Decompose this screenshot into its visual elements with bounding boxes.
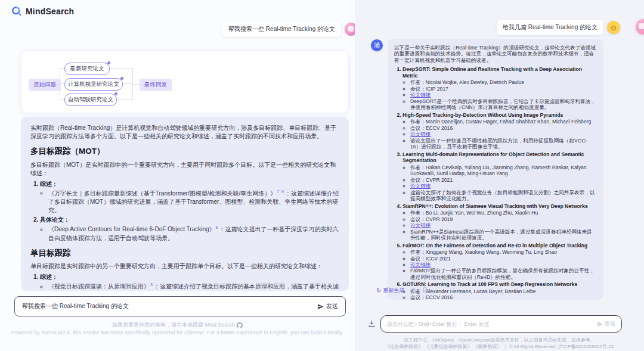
authors-value: Hakan Cevikalp, Yuliang Liu, Jianming Zh… bbox=[410, 164, 587, 176]
authors-label: 作者： bbox=[410, 79, 426, 85]
mindsearch-panel: MindSearch 帮我搜索一些 Real-time Tracking 的论文… bbox=[0, 0, 355, 351]
venue-label: 会议： bbox=[410, 86, 426, 92]
brand-title: MindSearch bbox=[26, 7, 74, 16]
send-button[interactable]: 发送 bbox=[317, 302, 338, 310]
send-button[interactable]: 发送 bbox=[597, 320, 615, 328]
graph-edge bbox=[132, 84, 140, 85]
node-citation-badge bbox=[107, 61, 110, 64]
graph-edge bbox=[60, 83, 64, 84]
paper-authors: 作者：Xinggang Wang, Xiaolong Wang, Wenming… bbox=[410, 249, 597, 255]
user-avatar bbox=[345, 23, 355, 36]
thumbs-up-icon[interactable] bbox=[410, 287, 417, 294]
citation-ref[interactable]: 7 9 bbox=[277, 190, 284, 194]
message-input[interactable] bbox=[387, 321, 597, 327]
app-root: MindSearch 帮我搜索一些 Real-time Tracking 的论文… bbox=[0, 0, 644, 351]
message-input-container: 发送 bbox=[14, 296, 346, 316]
venue-label: 会议： bbox=[410, 216, 426, 222]
venue-value: ECCV 2016 bbox=[426, 125, 453, 131]
paper-authors: 作者：Bo Li, Junjie Yan, Wei Wu, Zheng Zhu,… bbox=[410, 210, 597, 216]
paper-desc: SiamRPN++是Siamese跟踪器的一个高级版本，通过集成深度卷积神经网络… bbox=[410, 229, 597, 241]
send-label: 发送 bbox=[326, 302, 338, 310]
legal-footer: 《信息保护政策》 《儿童信息保护政策》 《服务协议》 ｜ © All Right… bbox=[355, 343, 644, 350]
graph-node-origin[interactable]: 原始问题 bbox=[29, 79, 61, 91]
github-icon[interactable] bbox=[237, 322, 243, 328]
node-citation-badge bbox=[114, 92, 117, 95]
regenerate-label: 重新生成 bbox=[383, 287, 404, 294]
paper-title: GOTURN: Learning to Track at 100 FPS wit… bbox=[402, 281, 597, 287]
assistant-avatar: 浦 bbox=[371, 39, 383, 51]
message-input[interactable] bbox=[22, 303, 317, 310]
graph-node-label: 自动驾驶研究论文 bbox=[68, 96, 113, 102]
mindsearch-logo-icon bbox=[11, 5, 23, 17]
paper-plane-icon bbox=[597, 321, 603, 327]
item-label: 综述： bbox=[40, 274, 58, 280]
graph-node-auto-driving[interactable]: 自动驾驶研究论文 bbox=[64, 94, 117, 106]
venue-label: 会议： bbox=[410, 125, 426, 131]
paper-link[interactable]: 论文链接 bbox=[410, 262, 431, 268]
regenerate-button[interactable]: ↻ 重新生成 bbox=[376, 287, 404, 294]
paper-link[interactable]: 论文链接 bbox=[410, 183, 431, 189]
graph-edge bbox=[60, 68, 64, 69]
graph-node-label: 计算机视觉研究论文 bbox=[68, 80, 119, 87]
list-item: 具体论文： 《Deep Active Contours for Real-tim… bbox=[40, 216, 339, 242]
answer-intro: 实时跟踪（Real-time Tracking）是计算机视觉和自动驾驶领域的重要… bbox=[30, 124, 339, 141]
children-policy-link[interactable]: 《儿童信息保护政策》 bbox=[425, 343, 472, 350]
venue-value: ICCV 2021 bbox=[426, 256, 451, 262]
paper-title: High-Speed Tracking-by-Detection Without… bbox=[402, 112, 597, 118]
authors-value: Alexander Hermans, Lucas Beyer, Bastian … bbox=[426, 288, 536, 294]
user-message-bubble: 给我几篇 Real-time Tracking 的论文 bbox=[497, 20, 603, 35]
authors-value: Martin Danelljan, Gustav Häger, Fahad Sh… bbox=[426, 119, 592, 125]
paper-entry: 《万字长文｜多目标跟踪最新综述（基于Transformer/图模型/检测和关联/… bbox=[48, 189, 339, 215]
paper-authors: 作者：Martin Danelljan, Gustav Häger, Fahad… bbox=[410, 119, 597, 125]
privacy-policy-link[interactable]: 《信息保护政策》 bbox=[385, 343, 423, 350]
authors-label: 作者： bbox=[410, 210, 426, 216]
paper-link-row: 论文链接 bbox=[410, 131, 597, 137]
citation-ref[interactable]: 3 bbox=[150, 282, 153, 287]
graph-edge bbox=[123, 83, 132, 84]
graph-node-final[interactable]: 最终回复 bbox=[140, 79, 172, 91]
download-chat-button[interactable] bbox=[368, 320, 376, 328]
venue-value: CVPR 2021 bbox=[426, 177, 453, 183]
message-actions: ↻ 重新生成 bbox=[376, 287, 429, 294]
assistant-answer-bubble: 以下是一些关于实时跟踪（Real-time Tracking）的顶级研究论文，这… bbox=[388, 39, 603, 300]
graph-edge bbox=[117, 99, 132, 100]
paper-venue: 会议：ECCV 2016 bbox=[410, 294, 597, 300]
assistant-message-row: 浦 以下是一些关于实时跟踪（Real-time Tracking）的顶级研究论文… bbox=[371, 39, 603, 300]
list-item: 综述： 《万字长文｜多目标跟踪最新综述（基于Transformer/图模型/检测… bbox=[40, 180, 339, 215]
paper-item: FairMOT: On the Fairness of Detection an… bbox=[402, 243, 597, 281]
feedback-widget[interactable] bbox=[636, 19, 644, 35]
venue-label: 会议： bbox=[410, 294, 426, 300]
assistant-answer-bubble: 实时跟踪（Real-time Tracking）是计算机视觉和自动驾驶领域的重要… bbox=[21, 117, 349, 291]
copy-icon[interactable] bbox=[423, 287, 429, 294]
paper-entry: 《Deep Active Contours for Real-time 6-Do… bbox=[48, 225, 339, 242]
paper-link[interactable]: 论文链接 bbox=[410, 92, 431, 98]
paper-venue: 会议：CVPR 2021 bbox=[410, 177, 597, 183]
service-agreement-link[interactable]: 《服务协议》 bbox=[473, 343, 502, 350]
paper-meta: 作者：Nicolai Wojke, Alex Bewley, Dietrich … bbox=[410, 79, 597, 110]
venue-label: 会议： bbox=[410, 177, 426, 183]
paper-item: High-Speed Tracking-by-Detection Without… bbox=[402, 112, 597, 150]
paper-title: 《Deep Active Contours for Real-time 6-Do… bbox=[48, 226, 215, 233]
paper-item: SiamRPN++: Evolution of Siamese Visual T… bbox=[402, 203, 597, 241]
section-heading-mot: 多目标跟踪（MOT） bbox=[30, 146, 339, 157]
paper-link[interactable]: 论文链接 bbox=[410, 131, 431, 137]
graph-node-latest-research[interactable]: 最新研究论文 bbox=[64, 63, 110, 75]
paper-venue: 会议：ICIP 2017 bbox=[410, 86, 597, 92]
refresh-icon: ↻ bbox=[376, 287, 381, 294]
authors-label: 作者： bbox=[410, 164, 426, 170]
item-label: 具体论文： bbox=[40, 216, 70, 223]
paper-desc: FairMOT提出了一种公平的多目标跟踪框架，旨在确保所有被跟踪对象的公平性，通… bbox=[410, 268, 597, 280]
authors-value: Bo Li, Junjie Yan, Wei Wu, Zheng Zhu, Xi… bbox=[426, 210, 538, 216]
paper-desc: 该论文提出了一种快速且不牺牲精度的跟踪方法，利用特征提取网络（如VGG-16）进… bbox=[410, 138, 597, 150]
section-heading-sot: 单目标跟踪 bbox=[30, 248, 339, 259]
citation-ref[interactable]: 8 bbox=[216, 225, 219, 229]
graph-node-cv-research[interactable]: 计算机视觉研究论文 bbox=[64, 78, 123, 91]
graph-edge bbox=[110, 68, 132, 69]
user-message-bubble: 帮我搜索一些 Real-time Tracking 的论文 bbox=[222, 21, 341, 37]
authors-value: Nicolai Wojke, Alex Bewley, Dietrich Pau… bbox=[426, 79, 524, 85]
venue-label: 会议： bbox=[410, 256, 426, 262]
paper-authors: 作者：Hakan Cevikalp, Yuliang Liu, Jianming… bbox=[410, 164, 597, 177]
paper-title: FairMOT: On the Fairness of Detection an… bbox=[402, 243, 597, 249]
paper-link[interactable]: 论文链接 bbox=[410, 222, 431, 228]
paper-venue: 会议：ECCV 2016 bbox=[410, 125, 597, 131]
